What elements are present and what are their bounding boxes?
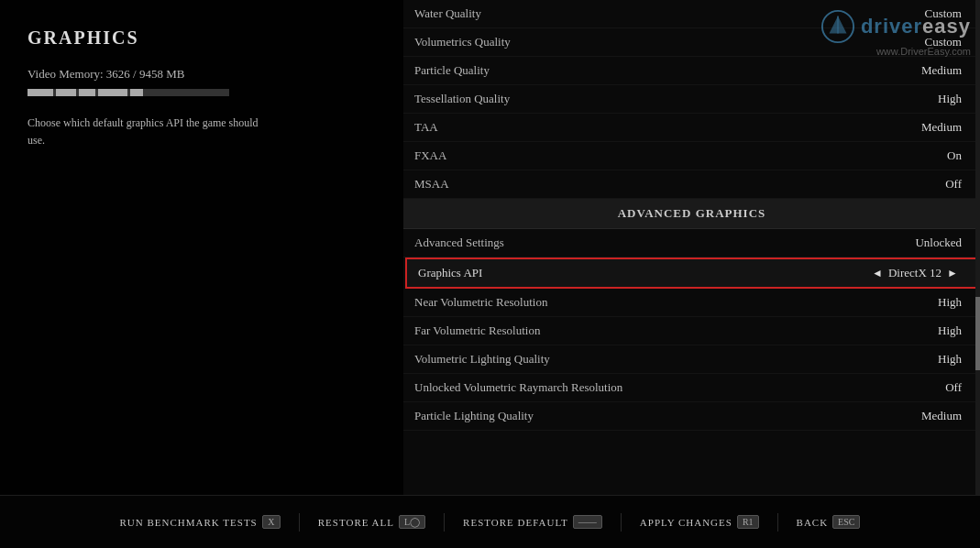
- setting-far-volumetric[interactable]: Far Volumetric Resolution High: [403, 317, 980, 345]
- video-memory-label: Video Memory: 3626 / 9458 MB: [28, 67, 376, 82]
- settings-list: Water Quality Custom Volumetrics Quality…: [403, 0, 980, 495]
- setting-raymarch[interactable]: Unlocked Volumetric Raymarch Resolution …: [403, 374, 980, 402]
- left-panel: Graphics Video Memory: 3626 / 9458 MB Ch…: [0, 0, 403, 495]
- separator-2: [444, 513, 445, 532]
- run-benchmark-button[interactable]: Run Benchmark Tests X: [120, 515, 281, 529]
- watermark-brand: drivereasy: [861, 15, 971, 38]
- arrow-right-icon[interactable]: ►: [947, 267, 958, 280]
- separator-4: [777, 513, 778, 532]
- scrollbar[interactable]: [975, 0, 980, 495]
- setting-fxaa[interactable]: FXAA On: [403, 142, 980, 170]
- panel-description: Choose which default graphics API the ga…: [28, 115, 266, 149]
- watermark-url: www.DriverEasy.com: [876, 46, 971, 57]
- separator-1: [299, 513, 300, 532]
- arrow-left-icon[interactable]: ◄: [872, 267, 883, 280]
- watermark: drivereasy www.DriverEasy.com: [820, 9, 971, 57]
- memory-bar: [28, 89, 229, 96]
- setting-near-volumetric[interactable]: Near Volumetric Resolution High: [403, 289, 980, 317]
- setting-graphics-api[interactable]: Graphics API ◄ DirectX 12 ►: [405, 258, 978, 289]
- panel-title: Graphics: [28, 27, 376, 49]
- setting-particle-lighting[interactable]: Particle Lighting Quality Medium: [403, 402, 980, 431]
- setting-taa[interactable]: TAA Medium: [403, 114, 980, 142]
- back-button[interactable]: Back ESC: [797, 515, 861, 529]
- advanced-graphics-header: Advanced Graphics: [403, 199, 980, 229]
- separator-3: [621, 513, 622, 532]
- scrollbar-thumb[interactable]: [975, 297, 980, 370]
- restore-default-button[interactable]: Restore Default ——: [463, 515, 602, 529]
- setting-tessellation-quality[interactable]: Tessellation Quality High: [403, 85, 980, 114]
- setting-msaa[interactable]: MSAA Off: [403, 170, 980, 199]
- setting-volumetric-lighting[interactable]: Volumetric Lighting Quality High: [403, 345, 980, 374]
- bottom-bar: Run Benchmark Tests X Restore All L◯ Res…: [0, 495, 980, 548]
- setting-advanced-settings[interactable]: Advanced Settings Unlocked: [403, 229, 980, 258]
- apply-changes-button[interactable]: Apply Changes R1: [640, 515, 759, 529]
- restore-all-button[interactable]: Restore All L◯: [318, 515, 425, 529]
- right-panel: Water Quality Custom Volumetrics Quality…: [403, 0, 980, 495]
- setting-particle-quality[interactable]: Particle Quality Medium: [403, 57, 980, 85]
- driver-easy-icon: [820, 9, 855, 44]
